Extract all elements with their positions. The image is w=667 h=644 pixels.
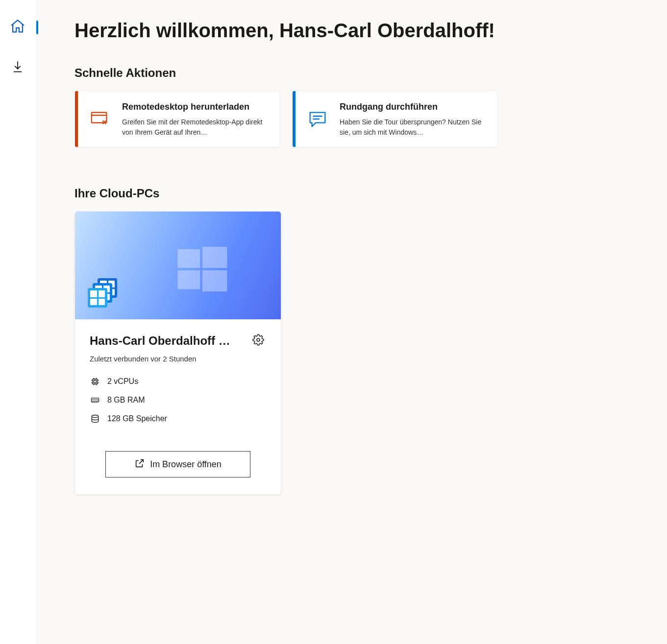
svg-rect-6: [93, 379, 98, 384]
sidebar: [0, 0, 35, 644]
spec-cpu-value: 2 vCPUs: [107, 377, 138, 386]
sidebar-item-home[interactable]: [0, 10, 35, 45]
remote-desktop-icon: [78, 91, 122, 147]
cloud-pc-subtitle: Zuletzt verbunden vor 2 Stunden: [90, 355, 266, 363]
cloud-pc-hero[interactable]: [75, 212, 281, 319]
ram-icon: [90, 395, 100, 405]
quick-action-download-rd[interactable]: Remotedesktop herunterladen Greifen Sie …: [74, 91, 280, 147]
cloud-pcs-section: Ihre Cloud-PCs: [74, 187, 638, 495]
spec-ram-value: 8 GB RAM: [107, 396, 145, 405]
cloud-pcs-heading: Ihre Cloud-PCs: [74, 187, 638, 200]
windows-logo-watermark: [173, 241, 232, 302]
open-in-browser-label: Im Browser öffnen: [150, 459, 222, 470]
quick-actions-row: Remotedesktop herunterladen Greifen Sie …: [74, 91, 638, 147]
svg-point-9: [92, 415, 98, 418]
open-external-icon: [134, 458, 145, 471]
qa-title: Remotedesktop herunterladen: [122, 102, 271, 112]
svg-rect-4: [202, 270, 227, 291]
chat-icon: [296, 91, 340, 147]
home-icon: [9, 18, 26, 37]
quick-actions-heading: Schnelle Aktionen: [74, 66, 638, 80]
gear-icon: [252, 339, 264, 347]
spec-ram-row: 8 GB RAM: [90, 395, 266, 405]
download-icon: [11, 60, 25, 75]
quick-actions-section: Schnelle Aktionen Remotedesktop herunter…: [74, 66, 638, 147]
sidebar-item-download[interactable]: [0, 50, 35, 85]
cloud-pc-settings-button[interactable]: [250, 332, 266, 350]
qa-desc: Greifen Sie mit der Remotedesktop-App di…: [122, 117, 271, 137]
svg-rect-7: [94, 381, 97, 383]
qa-desc: Haben Sie die Tour übersprungen? Nutzen …: [340, 117, 489, 137]
spec-cpu-row: 2 vCPUs: [90, 377, 266, 386]
svg-point-5: [257, 338, 260, 341]
cpu-icon: [90, 377, 100, 386]
storage-icon: [90, 414, 100, 424]
svg-rect-3: [178, 270, 200, 289]
open-in-browser-button[interactable]: Im Browser öffnen: [105, 451, 250, 477]
svg-rect-2: [202, 247, 227, 268]
cloud-pc-card: Hans-Carl Oberdalhoff … Zuletzt verbunde…: [74, 211, 281, 495]
svg-rect-1: [178, 249, 200, 268]
spec-storage-value: 128 GB Speicher: [107, 414, 167, 423]
cloud-pc-title: Hans-Carl Oberdalhoff …: [90, 334, 230, 348]
spec-storage-row: 128 GB Speicher: [90, 414, 266, 424]
cloud-pc-stack-icon: [87, 278, 117, 308]
svg-rect-0: [92, 113, 107, 123]
main-content: Herzlich willkommen, Hans-Carl Oberdalho…: [35, 0, 667, 644]
page-title: Herzlich willkommen, Hans-Carl Oberdalho…: [74, 20, 638, 42]
quick-action-tour[interactable]: Rundgang durchführen Haben Sie die Tour …: [292, 91, 498, 147]
qa-title: Rundgang durchführen: [340, 102, 489, 112]
